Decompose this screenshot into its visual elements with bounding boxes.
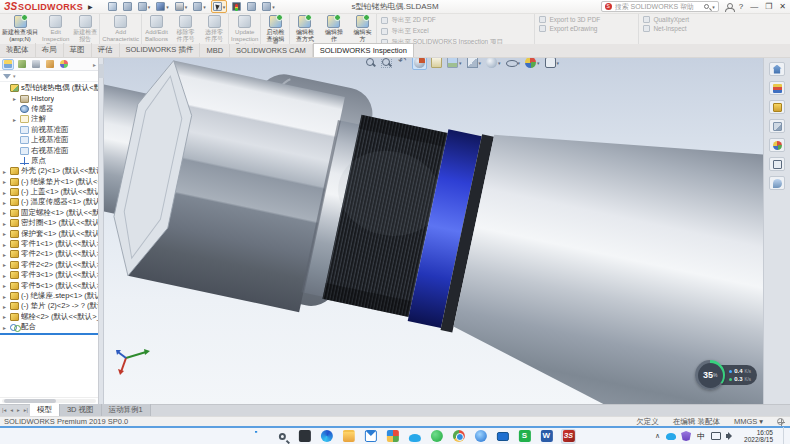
tree-item[interactable]: 固定螺栓<1> (默认<<默认>_显示状 [0,208,98,218]
quick-access-button[interactable] [261,1,276,12]
quick-access-button[interactable] [155,1,170,12]
panel-tab[interactable] [2,59,14,70]
tree-item[interactable]: 零件2<2> (默认<<默认>_显示状态 [0,260,98,270]
export-menu-item[interactable]: 导出至 Excel [381,27,530,36]
tree-item[interactable]: 零件1<1> (默认<<默认>_显示状态 [0,239,98,249]
tray-icon[interactable] [726,431,736,441]
taskbar-app-button[interactable] [253,429,268,444]
hidden-icons-chevron[interactable]: ∧ [655,432,660,440]
taskbar-app-button[interactable] [495,429,510,444]
command-tab[interactable]: 装配体 [0,43,36,57]
help-button[interactable]: ? [739,2,743,12]
document-tab[interactable]: 模型 [30,404,60,416]
view-tool-button[interactable] [544,58,561,69]
taskbar-clock[interactable]: 16:05 2022/8/15 [744,429,773,443]
expand-arrow-icon[interactable] [13,116,18,123]
expand-arrow-icon[interactable] [3,313,8,320]
command-tab[interactable]: 布局 [36,43,64,57]
tree-item[interactable]: 前视基准面 [0,125,98,135]
tree-item[interactable]: (-) 绝缘垫片<1> (默认<<默认>_显示 [0,177,98,187]
ribbon-button[interactable]: 编辑检 查方式 [290,14,319,44]
view-tool-button[interactable] [412,58,427,70]
panel-tab[interactable] [44,59,56,70]
search-icon[interactable] [704,4,709,9]
export-menu-item[interactable]: 导出至 2D PDF [381,16,530,25]
tree-item[interactable]: 配合 [0,322,98,332]
ribbon-button[interactable]: 启动检 查编辑 器 [261,14,290,44]
tab-nav-arrow[interactable]: ▸ [15,405,22,416]
export-menu-item[interactable]: Net-Inspect [643,25,713,32]
tree-item[interactable]: 上视基准面 [0,135,98,145]
taskbar-app-button[interactable] [341,429,356,444]
view-tool-button[interactable] [364,58,377,69]
taskbar-app-button[interactable] [297,429,312,444]
export-menu-item[interactable]: Export to 3D PDF [539,16,634,23]
panel-horizontal-scrollbar[interactable] [0,397,98,404]
tree-item[interactable]: 零件2<1> (默认<<默认>_显示状态 [0,249,98,259]
tree-root-item[interactable]: s型铂铑热电偶 (默认<默认_显示状态-1>) [0,83,98,93]
ribbon-button[interactable]: 编辑实 方 [348,14,377,44]
tab-nav-arrow[interactable]: |◂ [0,405,8,416]
graphics-viewport[interactable]: 35% 0.4 K/s 0.3 K/s [104,58,763,404]
expand-arrow-icon[interactable] [3,230,8,237]
tray-icon[interactable] [681,431,691,441]
tree-item[interactable]: 外壳 (2)<1> (默认<<默认>_显示状态 [0,166,98,176]
tree-item[interactable]: 右视基准面 [0,145,98,155]
panel-tab-overflow-icon[interactable]: ▸ [93,61,96,68]
units-selector[interactable]: MMGS▾ [734,417,763,426]
tree-item[interactable]: 零件3<1> (默认<<默认>_显示状态 [0,270,98,280]
help-search-box[interactable]: S 搜索 SOLIDWORKS 帮助 ▾ [601,1,719,12]
taskbar-app-button[interactable] [429,429,444,444]
expand-arrow-icon[interactable] [3,189,8,196]
expand-arrow-icon[interactable] [3,168,8,175]
taskbar-app-button[interactable]: S [517,429,532,444]
tray-icon[interactable] [711,432,721,440]
quick-access-button[interactable] [137,1,152,12]
task-pane-button[interactable] [769,176,785,190]
tab-nav-arrow[interactable]: ▸| [22,405,30,416]
tree-item[interactable]: 零件5<1> (默认<<默认>_显示状态 [0,280,98,290]
command-tab[interactable]: SOLIDWORKS Inspection [313,43,414,57]
quick-access-button[interactable] [246,1,257,12]
taskbar-app-button[interactable]: ЗS [561,429,576,444]
view-tool-button[interactable] [466,58,483,69]
expand-arrow-icon[interactable] [13,95,18,102]
document-tab[interactable]: 3D 视图 [60,404,102,416]
tab-nav-arrow[interactable]: ◂ [8,405,15,416]
tree-item[interactable]: 传感器 [0,104,98,114]
ribbon-button[interactable]: Add/Edit Balloons [142,14,171,44]
close-button[interactable]: ✕ [779,2,786,12]
quick-access-button[interactable] [107,1,118,12]
taskbar-app-button[interactable]: W [539,429,554,444]
expand-arrow-icon[interactable] [3,220,8,227]
taskbar-app-button[interactable] [385,429,400,444]
expand-arrow-icon[interactable] [3,178,8,185]
ribbon-button[interactable]: Update Inspection Project [229,14,261,44]
taskbar-app-button[interactable] [275,429,290,444]
ribbon-button[interactable]: Add Characteristic [100,14,142,44]
view-tool-button[interactable] [485,58,502,69]
menu-expand-icon[interactable]: ▶ [88,3,93,10]
taskbar-app-button[interactable] [473,429,488,444]
filter-funnel-icon[interactable] [3,74,11,79]
task-pane-button[interactable] [769,81,785,95]
command-tab[interactable]: SOLIDWORKS 插件 [120,43,201,57]
expand-arrow-icon[interactable] [3,241,8,248]
ribbon-button[interactable]: 新建检查 报告 [71,14,100,44]
view-tool-button[interactable] [396,58,409,69]
panel-tab[interactable] [16,59,28,70]
filter-dropdown-icon[interactable]: ▾ [13,73,16,79]
login-user-icon[interactable] [725,3,733,11]
view-tool-button[interactable] [524,58,541,69]
export-menu-item[interactable]: QualityXpert [643,16,713,23]
command-tab[interactable]: 评估 [92,43,120,57]
tree-item[interactable]: (-) 上盖<1> (默认<<默认>_显示状态 [0,187,98,197]
restore-button[interactable]: ❐ [765,2,772,12]
task-pane-button[interactable] [769,62,785,76]
taskbar-app-button[interactable] [451,429,466,444]
tree-item[interactable]: (-) 绝缘座.step<1> (默认<<默认>_ [0,291,98,301]
minimize-button[interactable]: — [750,2,758,12]
view-tool-button[interactable] [505,58,522,69]
solidworks-logo[interactable]: ЗS SOLIDWORKS ▶ [4,1,93,12]
search-dropdown-icon[interactable]: ▾ [712,4,715,10]
